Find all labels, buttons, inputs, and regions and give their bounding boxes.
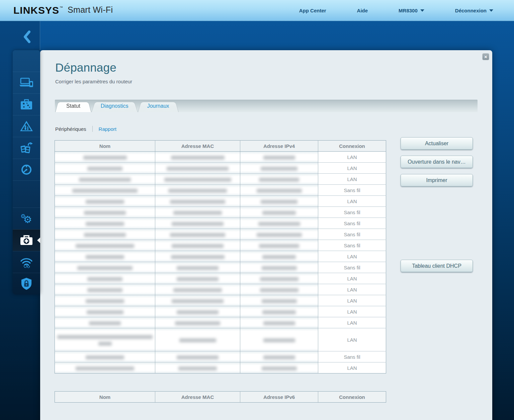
redacted-value: [177, 266, 219, 270]
nav-item-label: Aide: [357, 8, 368, 13]
linksys-logo: LINKSYS ™ Smart Wi-Fi: [13, 5, 113, 15]
sidebar-item-connectivity[interactable]: ⚙⚙: [13, 207, 40, 229]
open-in-browser-button[interactable]: Ouverture dans le nav…: [401, 156, 473, 168]
connectivity-icon: ⚙⚙: [19, 214, 33, 224]
table-row: LAN: [55, 295, 386, 306]
connection-cell: LAN: [318, 152, 386, 163]
ipv4-address-cell: [240, 284, 318, 295]
ipv4-address-cell: [240, 185, 318, 196]
sidebar-item-media-prioritization[interactable]: [13, 137, 40, 159]
sidebar-item-guest-access[interactable]: [13, 93, 40, 115]
ipv4-address-cell: [240, 163, 318, 174]
redacted-value: [263, 156, 295, 160]
nav-item-label: Déconnexion: [455, 8, 487, 13]
redacted-value: [262, 299, 297, 303]
sidebar-blank-section: [13, 50, 40, 72]
column-header-adresse-mac: Adresse MAC: [155, 392, 240, 403]
ipv4-address-cell: [240, 174, 318, 185]
print-button[interactable]: Imprimer: [401, 174, 473, 186]
connection-cell: LAN: [318, 196, 386, 207]
device-name-cell: [55, 317, 155, 328]
connection-cell: LAN: [318, 284, 386, 295]
connection-cell: Sans fil: [318, 207, 386, 218]
redacted-value: [87, 288, 122, 292]
table-row: LAN: [55, 328, 386, 351]
ipv4-address-cell: [240, 240, 318, 251]
redacted-value: [262, 266, 297, 270]
security-icon: [21, 277, 32, 290]
dhcp-client-table-button[interactable]: Tableau client DHCP: [401, 260, 473, 272]
tab-label: Journaux: [147, 103, 169, 109]
column-header-connexion: Connexion: [318, 392, 386, 403]
tab-statut[interactable]: Statut: [55, 100, 91, 112]
table-row: Sans fil: [55, 207, 386, 218]
column-header-connexion: Connexion: [318, 141, 386, 152]
sidebar: ⚙⚙: [13, 50, 40, 295]
sidebar-collapse-button[interactable]: [22, 30, 33, 44]
parental-controls-icon: [20, 120, 33, 132]
redacted-value: [262, 211, 296, 215]
redacted-value: [173, 211, 222, 215]
mac-address-cell: [155, 273, 240, 284]
ipv4-address-cell: [240, 251, 318, 262]
redacted-value: [262, 366, 297, 370]
nav-item-mr8300[interactable]: MR8300: [399, 8, 424, 13]
redacted-value: [77, 266, 133, 270]
nav-item-aide[interactable]: Aide: [357, 8, 368, 13]
table-row: Sans fil: [55, 218, 386, 229]
sidebar-item-troubleshooting[interactable]: [13, 229, 40, 251]
table-row: LAN: [55, 163, 386, 174]
device-name-cell: [55, 240, 155, 251]
table-row: LAN: [55, 152, 386, 163]
tab-diagnostics[interactable]: Diagnostics: [91, 100, 138, 112]
ipv4-address-cell: [240, 218, 318, 229]
redacted-value: [257, 233, 302, 237]
table-row: LAN: [55, 174, 386, 185]
speed-test-icon: [20, 164, 32, 176]
redacted-value: [261, 200, 297, 204]
column-header-adresse-ipv4: Adresse IPv4: [240, 141, 318, 152]
troubleshooting-panel: × Dépannage Corriger les paramètres du r…: [40, 50, 492, 420]
table-row: LAN: [55, 251, 386, 262]
connection-cell: Sans fil: [318, 240, 386, 251]
connection-cell: LAN: [318, 317, 386, 328]
mac-address-cell: [155, 229, 240, 240]
sidebar-item-speed-test[interactable]: [13, 159, 40, 180]
sidebar-item-security[interactable]: [13, 273, 40, 295]
table-row: Sans fil: [55, 351, 386, 362]
media-prioritization-icon: [20, 142, 33, 154]
close-icon[interactable]: ×: [482, 53, 489, 60]
redacted-value: [168, 189, 227, 193]
redacted-value: [172, 244, 224, 248]
redacted-value: [86, 255, 124, 259]
sidebar-item-network-devices[interactable]: [13, 72, 40, 93]
sidebar-item-parental-controls[interactable]: [13, 115, 40, 137]
table-row: Sans fil: [55, 229, 386, 240]
sidebar-item-wireless[interactable]: [13, 251, 40, 273]
column-header-adresse-mac: Adresse MAC: [155, 141, 240, 152]
redacted-value: [259, 244, 299, 248]
page-subtitle: Corriger les paramètres du routeur: [55, 79, 492, 84]
refresh-button[interactable]: Actualiser: [401, 137, 473, 150]
redacted-value: [86, 355, 124, 359]
redacted-value: [170, 233, 225, 237]
action-button-column: Actualiser Ouverture dans le nav… Imprim…: [401, 137, 473, 278]
linksys-smart-wifi-app: LINKSYS ™ Smart Wi-Fi App CenterAideMR83…: [0, 0, 514, 420]
device-name-cell: [55, 163, 155, 174]
table-header-row: NomAdresse MACAdresse IPv4Connexion: [55, 141, 386, 152]
mac-address-cell: [155, 207, 240, 218]
nav-item-d-connexion[interactable]: Déconnexion: [455, 8, 493, 13]
nav-item-app-center[interactable]: App Center: [299, 8, 326, 13]
redacted-value: [167, 167, 229, 171]
wireless-icon: [20, 256, 33, 268]
redacted-value: [260, 277, 298, 281]
connection-cell: LAN: [318, 163, 386, 174]
guest-access-icon: [20, 99, 33, 110]
tab-journaux[interactable]: Journaux: [138, 100, 179, 112]
table-row: LAN: [55, 306, 386, 317]
subnav-rapport[interactable]: Rapport: [99, 126, 116, 132]
network-devices-icon: [19, 77, 33, 88]
device-name-cell: [55, 273, 155, 284]
trademark-symbol: ™: [60, 6, 63, 9]
device-name-cell: [55, 229, 155, 240]
